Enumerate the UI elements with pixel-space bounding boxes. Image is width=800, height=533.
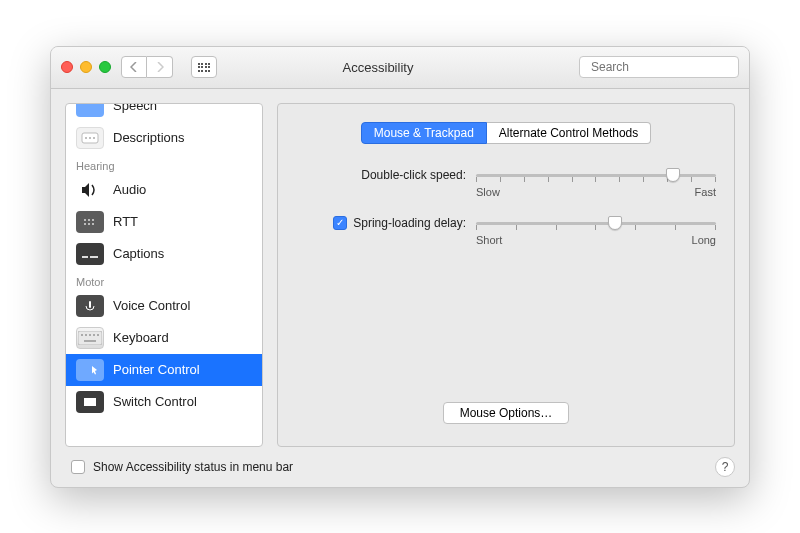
spring-loading-slider[interactable] (476, 216, 716, 230)
svg-point-3 (85, 137, 87, 139)
close-window-button[interactable] (61, 61, 73, 73)
grid-icon (198, 63, 211, 72)
sidebar-item-label: Captions (113, 246, 164, 261)
slider-min-label: Slow (476, 186, 500, 198)
pointer-control-icon (76, 359, 104, 381)
svg-rect-6 (80, 215, 100, 229)
slider-max-label: Fast (695, 186, 716, 198)
help-button[interactable]: ? (715, 457, 735, 477)
svg-point-12 (92, 223, 94, 225)
svg-rect-21 (89, 334, 91, 336)
sidebar-item-label: Pointer Control (113, 362, 200, 377)
search-field[interactable] (579, 56, 739, 78)
sidebar-item-label: Voice Control (113, 298, 190, 313)
captions-icon (76, 243, 104, 265)
svg-rect-19 (81, 334, 83, 336)
svg-point-7 (84, 219, 86, 221)
chevron-left-icon (130, 62, 138, 72)
svg-point-11 (88, 223, 90, 225)
sidebar-item-label: Speech (113, 103, 157, 114)
audio-icon (76, 179, 104, 201)
svg-rect-14 (82, 256, 88, 258)
sidebar-item-switch-control[interactable]: Switch Control (66, 386, 262, 418)
sidebar-item-captions[interactable]: Captions (66, 238, 262, 270)
sidebar[interactable]: Speech Descriptions Hearing Audio RTT (65, 103, 263, 447)
window-controls (61, 61, 111, 73)
voice-control-icon (76, 295, 104, 317)
mouse-options-button[interactable]: Mouse Options… (443, 402, 570, 424)
double-click-speed-label: Double-click speed: (361, 168, 466, 182)
svg-rect-22 (93, 334, 95, 336)
sidebar-item-pointer-control[interactable]: Pointer Control (66, 354, 262, 386)
minimize-window-button[interactable] (80, 61, 92, 73)
zoom-window-button[interactable] (99, 61, 111, 73)
sidebar-item-audio[interactable]: Audio (66, 174, 262, 206)
tab-group: Mouse & Trackpad Alternate Control Metho… (296, 122, 716, 144)
show-status-checkbox[interactable] (71, 460, 85, 474)
svg-rect-24 (84, 340, 96, 342)
svg-point-4 (89, 137, 91, 139)
svg-rect-18 (78, 331, 102, 345)
sidebar-item-label: Descriptions (113, 130, 185, 145)
svg-rect-17 (89, 301, 91, 308)
back-button[interactable] (121, 56, 147, 78)
svg-rect-27 (84, 398, 96, 406)
chevron-right-icon (156, 62, 164, 72)
sidebar-item-keyboard[interactable]: Keyboard (66, 322, 262, 354)
double-click-speed-slider[interactable] (476, 168, 716, 182)
show-status-label: Show Accessibility status in menu bar (93, 460, 293, 474)
settings-pane: Mouse & Trackpad Alternate Control Metho… (277, 103, 735, 447)
spring-loading-checkbox[interactable] (333, 216, 347, 230)
svg-point-5 (93, 137, 95, 139)
svg-rect-23 (97, 334, 99, 336)
sidebar-item-speech[interactable]: Speech (66, 103, 262, 122)
double-click-speed-row: Double-click speed: Slow Fast (296, 168, 716, 198)
spring-loading-row: Spring-loading delay: Short Long (296, 216, 716, 246)
switch-control-icon (76, 391, 104, 413)
svg-rect-25 (78, 362, 102, 378)
titlebar: Accessibility (51, 47, 749, 89)
slider-max-label: Long (692, 234, 716, 246)
sidebar-item-descriptions[interactable]: Descriptions (66, 122, 262, 154)
window-title: Accessibility (227, 60, 569, 75)
svg-rect-13 (79, 246, 101, 262)
tab-mouse-trackpad[interactable]: Mouse & Trackpad (361, 122, 487, 144)
rtt-icon (76, 211, 104, 233)
nav-buttons (121, 56, 173, 78)
tab-alternate-control[interactable]: Alternate Control Methods (487, 122, 651, 144)
content-area: Speech Descriptions Hearing Audio RTT (51, 89, 749, 447)
footer: Show Accessibility status in menu bar ? (51, 447, 749, 487)
section-header-motor: Motor (66, 270, 262, 290)
sidebar-item-label: Switch Control (113, 394, 197, 409)
sidebar-item-rtt[interactable]: RTT (66, 206, 262, 238)
sidebar-item-label: RTT (113, 214, 138, 229)
keyboard-icon (76, 327, 104, 349)
show-all-button[interactable] (191, 56, 217, 78)
speech-icon (76, 103, 104, 117)
slider-min-label: Short (476, 234, 502, 246)
svg-point-9 (92, 219, 94, 221)
section-header-hearing: Hearing (66, 154, 262, 174)
svg-point-8 (88, 219, 90, 221)
svg-point-10 (84, 223, 86, 225)
svg-rect-20 (85, 334, 87, 336)
prefs-window: Accessibility Speech Descriptions Hearin… (50, 46, 750, 488)
sidebar-item-voice-control[interactable]: Voice Control (66, 290, 262, 322)
search-input[interactable] (591, 60, 741, 74)
sidebar-item-label: Keyboard (113, 330, 169, 345)
forward-button[interactable] (147, 56, 173, 78)
sidebar-item-label: Audio (113, 182, 146, 197)
descriptions-icon (76, 127, 104, 149)
spring-loading-label: Spring-loading delay: (353, 216, 466, 230)
svg-rect-15 (90, 256, 98, 258)
